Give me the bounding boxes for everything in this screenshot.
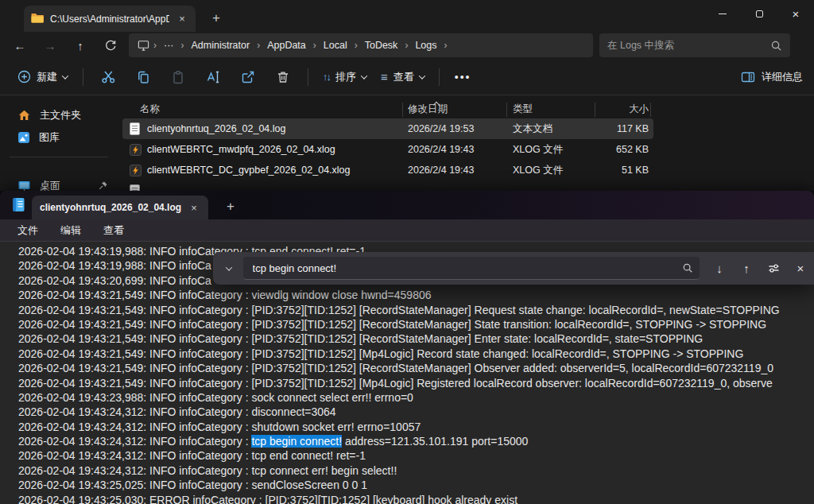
log-line: 2026-02-04 19:43:21,549: INFO infoCatego…	[18, 361, 814, 375]
sidebar-item-desktop[interactable]: 桌面	[8, 174, 114, 191]
notepad-tab-title: clientyohnrtuq_2026_02_04.log	[40, 202, 181, 213]
sidebar-item-gallery[interactable]: 图库	[8, 126, 114, 149]
notepad-tab[interactable]: clientyohnrtuq_2026_02_04.log ×	[32, 196, 208, 219]
delete-button[interactable]	[268, 64, 298, 91]
toolbar-divider	[308, 68, 308, 86]
chevron-right-icon: ›	[180, 40, 186, 51]
details-pane-icon	[741, 71, 755, 83]
desktop: C:\Users\Administrator\AppDa × + × ← → ↑…	[0, 0, 814, 504]
file-size: 51 KB	[595, 165, 649, 176]
log-line: 2026-02-04 19:43:24,312: INFO infoCatego…	[18, 434, 814, 448]
menu-edit[interactable]: 编辑	[49, 220, 92, 241]
explorer-tab-close-icon[interactable]: ×	[176, 13, 188, 25]
log-line: 2026-02-04 19:43:21,549: INFO infoCatego…	[18, 288, 814, 302]
find-input[interactable]	[253, 262, 682, 274]
minimize-button[interactable]	[704, 0, 741, 27]
sidebar-divider	[10, 157, 108, 157]
notepad-tab-close-icon[interactable]: ×	[188, 202, 200, 214]
breadcrumb-overflow-button[interactable]: ···	[158, 38, 180, 52]
column-divider[interactable]	[506, 103, 507, 117]
find-expand-button[interactable]	[219, 258, 239, 279]
breadcrumb-item[interactable]: ToDesk	[359, 38, 404, 52]
xlog-file-icon	[130, 165, 142, 176]
chevron-right-icon: ›	[353, 40, 359, 51]
log-line: 2026-02-04 19:43:25,030: ERROR infoCateg…	[18, 493, 814, 504]
column-header-type[interactable]: 类型	[513, 103, 533, 116]
breadcrumb-item[interactable]: Local	[318, 38, 353, 52]
sort-button[interactable]: ↑↓ 排序	[316, 65, 374, 89]
file-date-modified: 2026/2/4 19:43	[408, 165, 474, 176]
chevron-down-icon	[226, 264, 232, 270]
sidebar-item-label: 桌面	[40, 179, 60, 192]
explorer-search-input[interactable]: 在 Logs 中搜索	[599, 33, 790, 57]
new-button[interactable]: 新建	[10, 65, 76, 89]
gallery-icon	[17, 131, 30, 144]
column-header-size[interactable]: 大小	[595, 103, 649, 116]
menu-file[interactable]: 文件	[6, 220, 49, 241]
paste-button[interactable]	[163, 64, 193, 91]
chevron-right-icon: ›	[312, 40, 318, 51]
menu-view[interactable]: 查看	[92, 220, 135, 241]
file-date-modified: 2026/2/4 19:53	[408, 123, 474, 134]
sidebar-item-label: 主文件夹	[40, 108, 81, 122]
share-button[interactable]	[233, 64, 263, 91]
chevron-down-icon	[62, 72, 68, 79]
file-type: 文本文档	[513, 122, 552, 136]
explorer-new-tab-button[interactable]: +	[205, 7, 227, 29]
column-header-date[interactable]: 修改日期	[408, 103, 448, 116]
log-line: 2026-02-04 19:43:21,549: INFO infoCatego…	[18, 317, 814, 331]
file-name: clientWEBRTC_DC_gvpbef_2026_02_04.xlog	[147, 165, 350, 176]
table-row[interactable]: clientyohnrtuq_2026_02_04.log2026/2/4 19…	[122, 118, 653, 139]
back-button[interactable]: ←	[5, 33, 35, 57]
maximize-button[interactable]	[741, 0, 777, 27]
file-date-modified: 2026/2/4 19:43	[408, 144, 474, 155]
details-pane-button[interactable]: 详细信息	[741, 70, 803, 84]
notepad-app-icon	[12, 197, 25, 212]
column-divider[interactable]	[595, 103, 595, 117]
circle-plus-icon	[17, 70, 31, 83]
explorer-tab[interactable]: C:\Users\Administrator\AppDa ×	[24, 6, 196, 32]
new-button-label: 新建	[37, 70, 57, 84]
notepad-window: clientyohnrtuq_2026_02_04.log × + 文件编辑查看…	[0, 191, 814, 504]
file-size: 652 KB	[595, 144, 649, 155]
file-name: clientWEBRTC_mwdpfq_2026_02_04.xlog	[147, 144, 335, 155]
log-line: 2026-02-04 19:43:24,312: INFO infoCatego…	[18, 463, 814, 478]
log-line: 2026-02-04 19:43:21,549: INFO infoCatego…	[18, 376, 814, 390]
forward-button[interactable]: →	[35, 33, 65, 57]
find-next-button[interactable]: ↓	[706, 257, 733, 281]
search-icon	[682, 262, 693, 273]
close-button[interactable]: ×	[777, 0, 814, 27]
rename-button[interactable]	[198, 64, 228, 91]
breadcrumb[interactable]: ›···›Administrator›AppData›Local›ToDesk›…	[129, 33, 593, 57]
table-row[interactable]: clientWEBRTC_mwdpfq_2026_02_04.xlog2026/…	[122, 139, 653, 160]
refresh-button[interactable]	[95, 33, 126, 57]
see-more-button[interactable]: •••	[447, 71, 479, 83]
file-list-header: 名称 修改日期 类型 大小	[119, 99, 814, 119]
find-close-button[interactable]: ×	[787, 257, 814, 281]
up-button[interactable]: ↑	[65, 33, 95, 57]
breadcrumb-item[interactable]: AppData	[262, 38, 312, 52]
column-header-name[interactable]: 名称	[140, 103, 160, 116]
breadcrumb-item[interactable]: Logs	[409, 38, 442, 52]
xlog-file-icon	[130, 144, 142, 156]
table-row[interactable]	[122, 180, 653, 191]
cut-button[interactable]	[93, 64, 123, 91]
log-line: 2026-02-04 19:43:24,312: INFO infoCatego…	[18, 405, 814, 419]
notepad-menu-bar: 文件编辑查看	[0, 219, 814, 242]
find-options-icon[interactable]	[760, 257, 787, 281]
column-divider[interactable]	[650, 103, 651, 117]
copy-button[interactable]	[128, 64, 158, 91]
notepad-new-tab-button[interactable]: +	[219, 196, 242, 218]
breadcrumb-item[interactable]: Administrator	[186, 38, 256, 52]
explorer-window-controls: ×	[704, 0, 814, 27]
file-type: XLOG 文件	[513, 143, 563, 157]
notepad-title-bar: clientyohnrtuq_2026_02_04.log × +	[0, 191, 814, 219]
sidebar-item-home[interactable]: 主文件夹	[8, 103, 114, 126]
chevron-down-icon	[361, 72, 367, 79]
table-row[interactable]: clientWEBRTC_DC_gvpbef_2026_02_04.xlog20…	[122, 160, 653, 180]
view-button[interactable]: ≡ 查看	[374, 65, 432, 89]
column-divider[interactable]	[402, 103, 403, 117]
this-pc-icon[interactable]	[137, 39, 150, 52]
log-line: 2026-02-04 19:43:25,025: INFO infoCatego…	[18, 478, 814, 492]
find-previous-button[interactable]: ↑	[733, 257, 760, 281]
